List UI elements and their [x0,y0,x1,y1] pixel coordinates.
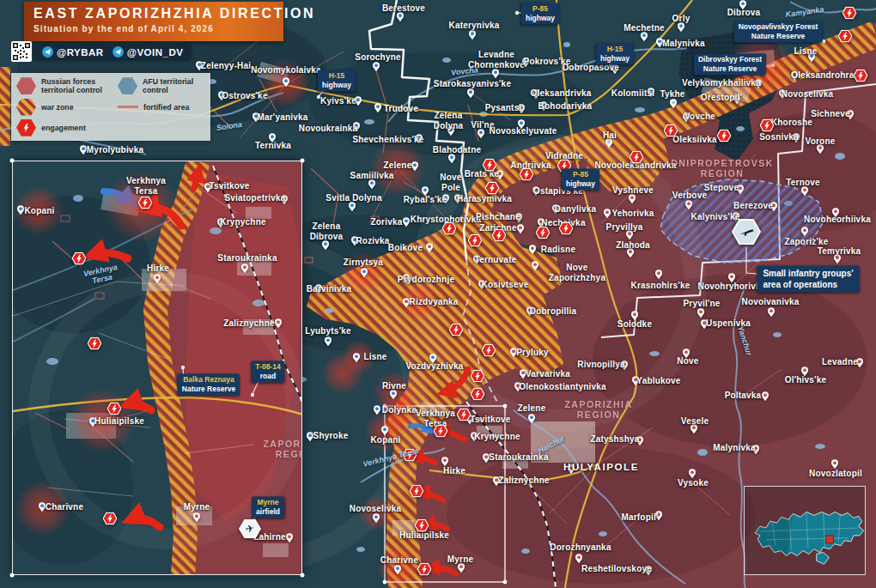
legend-item-afu-territorial-control: AFU territorial control [118,77,210,94]
legend-item-russian-forces: Russian forces territorial control [16,77,118,94]
legend-label: engagement [41,124,86,132]
telegram-channel-rybar[interactable]: @RYBAR [42,46,104,58]
channel-handle: @VOIN_DV [127,47,184,58]
ukraine-minimap [744,486,866,575]
inset-base-map [13,161,302,575]
current-region-marker [826,536,834,543]
legend-label: fortified area [143,103,189,112]
map-legend: Russian forces territorial controlAFU te… [11,73,210,141]
channel-handle: @RYBAR [57,47,104,58]
telegram-icon [42,46,53,58]
inset-region-label: ZAPORIZHIA REGION [263,439,302,459]
legend-icon-line-fortified [118,106,138,108]
telegram-channels-bar: @RYBAR@VOIN_DV [34,45,191,59]
map-title: EAST ZAPORIZHZHIA DIRECTION [33,6,283,21]
map-subtitle: Situation by the end of April 4, 2026 [33,24,283,33]
legend-item-engagement: engagement [16,119,118,136]
telegram-channel-voin-dv[interactable]: @VOIN_DV [113,46,184,58]
legend-label: AFU territorial control [143,77,210,94]
inset-corner-dot [10,573,15,578]
legend-icon-hex-engagement [16,119,36,136]
zoom-inset-map: ZAPORIZHIA REGION [12,161,302,575]
title-banner: EAST ZAPORIZHZHIA DIRECTION Situation by… [24,2,283,41]
legend-item-fortified-area: fortified area [118,99,210,116]
legend-icon-hex-afu [118,77,137,94]
inset-corner-dot [10,159,15,163]
legend-label: war zone [41,103,74,112]
telegram-icon [113,46,124,58]
war-map-canvas: ZAPORIZHIA REGION BerestoveKaterynivkaSo… [0,0,876,588]
legend-item-war-zone: war zone [16,99,118,116]
inset-corner-dot [301,159,305,163]
inset-corner-dot [301,573,305,578]
qr-code [11,41,32,62]
legend-icon-hex-warzone [16,99,36,116]
legend-label: Russian forces territorial control [41,77,102,94]
legend-icon-hex-russian [16,77,36,94]
